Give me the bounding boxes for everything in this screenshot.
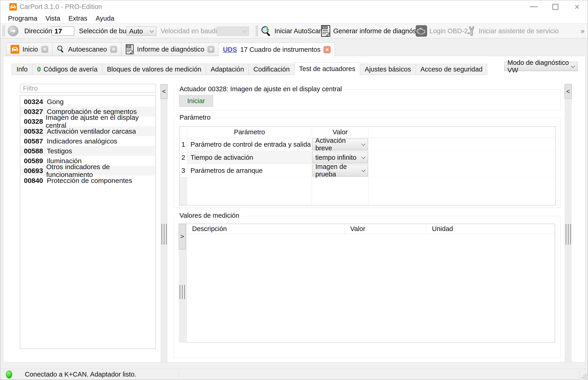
list-item[interactable]: 00532Activación ventilador carcasa (20, 126, 156, 136)
wrench-icon (466, 25, 477, 37)
tab-close-button[interactable] (41, 46, 48, 53)
menu-bar: Programa Vista Extras Ayuda (0, 13, 588, 23)
status-bar: Conectado a K+CAN. Adaptador listo. (0, 369, 588, 380)
parameter-value-cell: tiempo infinito (312, 151, 369, 164)
app-car-icon (9, 3, 17, 11)
parameter-group-title: Parámetro (178, 114, 212, 121)
connection-status-led (6, 371, 12, 378)
close-icon (209, 47, 213, 51)
report-button[interactable]: OBD Generar informe de diagnóstico (321, 24, 426, 38)
list-item[interactable]: 00328Imagen de ajuste en el display cent… (20, 116, 156, 126)
toolbar-overflow-button[interactable]: » (581, 24, 585, 38)
obd-report-icon: OBD (321, 25, 331, 37)
svg-text:OBD: OBD (127, 46, 131, 48)
parameter-value-cell: Activación breve (312, 138, 369, 151)
list-item[interactable]: 00588Testigos (20, 146, 156, 156)
empty-cell (369, 138, 555, 151)
tab-informe-diagnostico[interactable]: OBD Informe de diagnóstico (121, 43, 219, 56)
tab-close-button[interactable] (110, 46, 117, 53)
tab-close-button-active[interactable] (324, 46, 331, 53)
subtab-ajustes-basicos[interactable]: Ajustes básicos (360, 64, 416, 75)
diagnostic-mode-select[interactable]: Modo de diagnóstico VW (504, 62, 577, 71)
actuator-list: 00324Gong 00327Comprobación de segmentos… (20, 95, 156, 349)
tab-label: Inicio (22, 46, 38, 53)
uds-badge: UDS (223, 46, 237, 53)
tab-inicio[interactable]: Inicio (6, 43, 53, 56)
close-icon: × (574, 2, 580, 11)
chevron-down-icon (150, 28, 154, 33)
report-label: Generar informe de diagnóstico (333, 27, 426, 35)
left-splitter[interactable]: < (160, 84, 168, 362)
chevron-down-icon (361, 155, 365, 159)
tab-close-button[interactable] (208, 46, 214, 53)
address-input[interactable] (52, 27, 74, 36)
baud-select (217, 27, 249, 36)
list-item[interactable]: 00693Otros indicadores de funcionamiento (20, 166, 156, 175)
header-cell (179, 127, 187, 138)
maximize-button[interactable] (545, 0, 566, 13)
parameter-value-select[interactable]: Activación breve (312, 139, 368, 150)
subtab-adaptacion[interactable]: Adaptación (206, 64, 249, 75)
resize-grip[interactable] (581, 373, 587, 379)
autoscan-button[interactable]: Iniciar AutoScan (261, 24, 323, 38)
service-assistant-label: Iniciar asistente de servicio (479, 27, 559, 35)
parameter-value-select[interactable]: tiempo infinito (312, 152, 368, 163)
bus-select-value: Auto (129, 27, 143, 35)
parameter-value-select[interactable]: Imagen de prueba (312, 165, 368, 176)
subtab-acceso-seguridad[interactable]: Acceso de seguridad (416, 64, 487, 75)
toolbar: Dirección: Selección de bus: Auto Veloci… (0, 23, 588, 38)
minimize-button[interactable] (523, 0, 545, 13)
service-assistant-button: Iniciar asistente de servicio (466, 24, 559, 38)
row-number: 3 (179, 164, 187, 177)
menu-programa[interactable]: Programa (4, 13, 41, 23)
right-splitter[interactable]: < (565, 84, 572, 362)
title-bar: CarPort 3.1.0 - PRO-Edition × (0, 0, 588, 13)
car-icon (11, 45, 19, 54)
subtab-codigos-averia[interactable]: 0 Códigos de avería (32, 64, 102, 75)
subtab-bloques-valores[interactable]: Bloques de valores de medición (102, 64, 206, 75)
tab-label: Autoescaneo (68, 46, 107, 53)
subtab-test-actuadores[interactable]: Test de actuadores (294, 62, 360, 75)
parameter-name: Parámetro de control de entrada y salida (187, 138, 312, 151)
splitter-grip[interactable] (566, 224, 571, 245)
tab-uds-cuadro-instrumentos[interactable]: UDS 17 Cuadro de instrumentos (219, 43, 335, 56)
parameter-name: Tiempo de activación (187, 151, 312, 164)
splitter-grip[interactable] (180, 285, 185, 299)
row-number: 1 (179, 138, 187, 151)
actuator-groupbox: Actuador 00328: Imagen de ajuste en el d… (174, 89, 561, 111)
obd-report-icon: OBD (126, 44, 134, 54)
column-header-valor: Valor (344, 224, 426, 234)
list-item[interactable]: 00587Indicadores analógicos (20, 136, 156, 146)
list-item[interactable]: 00324Gong (20, 97, 156, 107)
close-button[interactable]: × (566, 0, 588, 13)
empty-cell (369, 164, 555, 177)
diagnostic-mode-value: Modo de diagnóstico VW (507, 59, 572, 74)
close-icon (112, 47, 115, 51)
fault-count-badge: 0 (37, 66, 41, 73)
menu-vista[interactable]: Vista (41, 13, 64, 23)
filter-input[interactable] (20, 84, 156, 93)
toolbar-grip[interactable] (255, 25, 258, 37)
subtab-codificacion[interactable]: Codificación (249, 64, 294, 75)
header-cell (369, 127, 555, 138)
collapse-left-panel-button[interactable]: < (160, 84, 168, 99)
filler-cell (179, 177, 187, 205)
column-header-unidad: Unidad (426, 224, 555, 234)
splitter-grip[interactable] (161, 224, 167, 245)
autoscan-label: Iniciar AutoScan (274, 27, 323, 35)
expand-panel-button[interactable]: > (179, 224, 186, 249)
login-obd2-button: Login OBD-2 (416, 24, 468, 38)
tab-autoescaneo[interactable]: Autoescaneo (53, 43, 121, 56)
menu-extras[interactable]: Extras (64, 13, 91, 23)
start-actuator-button[interactable]: Iniciar (179, 95, 213, 107)
bus-select[interactable]: Auto (126, 27, 156, 36)
window-title: CarPort 3.1.0 - PRO-Edition (20, 0, 102, 13)
magnifier-icon (57, 45, 65, 53)
subtab-info[interactable]: Info (12, 64, 32, 75)
go-button[interactable] (8, 26, 18, 36)
measurements-splitter[interactable]: > (179, 224, 186, 343)
toolbar-grip[interactable] (2, 25, 5, 37)
collapse-right-panel-button[interactable]: < (565, 84, 572, 99)
maximize-icon (552, 4, 558, 10)
menu-ayuda[interactable]: Ayuda (91, 13, 118, 23)
